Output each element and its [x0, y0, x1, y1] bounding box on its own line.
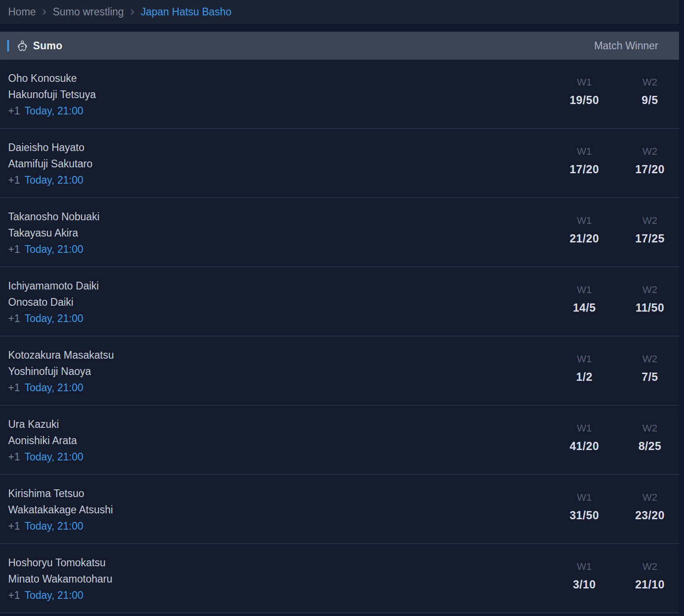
player2-name: Hakunofuji Tetsuya: [8, 86, 96, 103]
w1-odds-value: 1/2: [556, 370, 613, 384]
more-markets-count[interactable]: +1: [8, 243, 20, 255]
match-info: Takanosho Nobuaki Takayasu Akira +1Today…: [8, 208, 99, 266]
player1-name: Oho Konosuke: [8, 70, 96, 86]
w2-label: W2: [622, 492, 678, 503]
match-time-link[interactable]: Today, 21:00: [24, 382, 83, 393]
w1-label: W1: [556, 284, 613, 296]
odds-cell-w2[interactable]: W2 11/50: [622, 284, 678, 336]
player2-name: Yoshinofuji Naoya: [8, 363, 114, 379]
odds-block: W1 17/20 W2 17/20: [556, 146, 679, 197]
odds-cell-w1[interactable]: W1 21/20: [556, 215, 613, 266]
player2-name: Minato Wakamotoharu: [8, 571, 113, 587]
w2-label: W2: [622, 561, 678, 573]
w2-odds-value: 17/25: [622, 232, 678, 245]
w1-label: W1: [556, 353, 613, 365]
odds-block: W1 41/20 W2 8/25: [556, 422, 679, 474]
w1-label: W1: [556, 422, 613, 434]
match-time-link[interactable]: Today, 21:00: [24, 451, 83, 463]
chevron-right-icon: ›: [130, 5, 134, 18]
more-markets-count[interactable]: +1: [8, 382, 20, 393]
odds-cell-w1[interactable]: W1 14/5: [556, 284, 613, 336]
player2-name: Aonishiki Arata: [8, 432, 83, 449]
odds-cell-w1[interactable]: W1 31/50: [556, 492, 613, 543]
player2-name: Takayasu Akira: [8, 225, 99, 241]
more-markets-count[interactable]: +1: [8, 105, 20, 117]
odds-cell-w2[interactable]: W2 8/25: [622, 422, 678, 474]
player2-name: Wakatakakage Atsushi: [8, 502, 113, 518]
sportsbook-page: Home › Sumo wrestling › Japan Hatsu Bash…: [0, 0, 679, 613]
match-time-link[interactable]: Today, 21:00: [24, 313, 83, 324]
w2-label: W2: [622, 284, 678, 296]
more-markets-count[interactable]: +1: [8, 313, 20, 324]
breadcrumb-home[interactable]: Home: [8, 6, 36, 18]
match-list: Oho Konosuke Hakunofuji Tetsuya +1Today,…: [0, 60, 679, 613]
match-info: Ura Kazuki Aonishiki Arata +1Today, 21:0…: [8, 416, 83, 474]
match-row[interactable]: Kirishima Tetsuo Wakatakakage Atsushi +1…: [0, 475, 679, 544]
player2-name: Atamifuji Sakutaro: [8, 156, 93, 172]
odds-cell-w2[interactable]: W2 23/20: [622, 492, 678, 543]
odds-cell-w2[interactable]: W2 17/25: [622, 215, 678, 266]
odds-cell-w2[interactable]: W2 7/5: [622, 353, 678, 405]
odds-block: W1 19/50 W2 9/5: [556, 76, 679, 128]
match-row[interactable]: Daieisho Hayato Atamifuji Sakutaro +1Tod…: [0, 129, 679, 198]
match-time-link[interactable]: Today, 21:00: [24, 243, 83, 255]
match-row[interactable]: Kotozakura Masakatsu Yoshinofuji Naoya +…: [0, 336, 679, 406]
breadcrumb-japan-hatsu-basho[interactable]: Japan Hatsu Basho: [141, 6, 231, 18]
section-header: Sumo Match Winner: [0, 32, 679, 60]
match-time-link[interactable]: Today, 21:00: [24, 105, 83, 117]
odds-block: W1 21/20 W2 17/25: [556, 215, 679, 266]
w2-odds-value: 7/5: [622, 370, 678, 384]
w2-odds-value: 17/20: [622, 163, 678, 176]
chevron-right-icon: ›: [42, 5, 46, 18]
match-row[interactable]: Hoshoryu Tomokatsu Minato Wakamotoharu +…: [0, 544, 679, 613]
w2-odds-value: 21/10: [622, 578, 678, 591]
w2-label: W2: [622, 422, 678, 434]
match-row[interactable]: Ura Kazuki Aonishiki Arata +1Today, 21:0…: [0, 406, 679, 475]
more-markets-count[interactable]: +1: [8, 174, 20, 186]
player2-name: Onosato Daiki: [8, 294, 99, 310]
odds-cell-w1[interactable]: W1 1/2: [556, 353, 613, 405]
w1-odds-value: 41/20: [556, 440, 613, 453]
more-markets-count[interactable]: +1: [8, 520, 20, 532]
w1-odds-value: 21/20: [556, 232, 613, 245]
more-markets-count[interactable]: +1: [8, 589, 20, 601]
match-time-link[interactable]: Today, 21:00: [24, 589, 83, 601]
player1-name: Ichiyamamoto Daiki: [8, 278, 99, 294]
section-title: Sumo: [33, 40, 62, 52]
match-row[interactable]: Oho Konosuke Hakunofuji Tetsuya +1Today,…: [0, 60, 679, 129]
odds-cell-w2[interactable]: W2 21/10: [622, 561, 678, 612]
w1-odds-value: 31/50: [556, 509, 613, 522]
odds-cell-w1[interactable]: W1 3/10: [556, 561, 613, 612]
odds-block: W1 1/2 W2 7/5: [556, 353, 679, 405]
match-info: Ichiyamamoto Daiki Onosato Daiki +1Today…: [8, 278, 99, 336]
more-markets-count[interactable]: +1: [8, 451, 20, 463]
player1-name: Kirishima Tetsuo: [8, 485, 113, 502]
odds-block: W1 3/10 W2 21/10: [556, 561, 679, 612]
w1-label: W1: [556, 492, 613, 503]
w1-odds-value: 14/5: [556, 301, 613, 314]
breadcrumb: Home › Sumo wrestling › Japan Hatsu Bash…: [0, 0, 679, 24]
w1-label: W1: [556, 76, 613, 88]
match-row[interactable]: Ichiyamamoto Daiki Onosato Daiki +1Today…: [0, 267, 679, 336]
odds-cell-w1[interactable]: W1 19/50: [556, 76, 613, 128]
odds-cell-w1[interactable]: W1 41/20: [556, 422, 613, 474]
w2-odds-value: 23/20: [622, 509, 678, 522]
match-info: Kotozakura Masakatsu Yoshinofuji Naoya +…: [8, 347, 114, 405]
w2-label: W2: [622, 353, 678, 365]
w2-odds-value: 8/25: [622, 440, 678, 453]
odds-cell-w2[interactable]: W2 9/5: [622, 76, 678, 128]
odds-cell-w1[interactable]: W1 17/20: [556, 146, 613, 197]
breadcrumb-sumo-wrestling[interactable]: Sumo wrestling: [53, 6, 124, 18]
player1-name: Kotozakura Masakatsu: [8, 347, 114, 363]
match-time-link[interactable]: Today, 21:00: [24, 520, 83, 532]
w2-odds-value: 9/5: [622, 94, 678, 107]
accent-bar: [7, 40, 9, 52]
odds-cell-w2[interactable]: W2 17/20: [622, 146, 678, 197]
match-info: Kirishima Tetsuo Wakatakakage Atsushi +1…: [8, 485, 113, 543]
match-row[interactable]: Takanosho Nobuaki Takayasu Akira +1Today…: [0, 198, 679, 267]
player1-name: Hoshoryu Tomokatsu: [8, 554, 113, 571]
w1-odds-value: 3/10: [556, 578, 613, 591]
w2-label: W2: [622, 146, 678, 157]
match-time-link[interactable]: Today, 21:00: [24, 174, 83, 186]
odds-block: W1 31/50 W2 23/20: [556, 492, 679, 543]
